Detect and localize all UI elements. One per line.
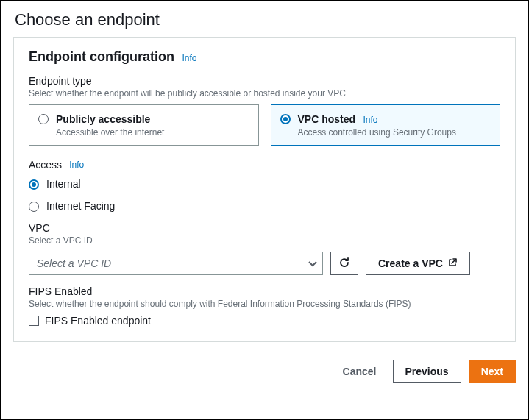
access-info-link[interactable]: Info bbox=[69, 160, 84, 170]
radio-label: Internal bbox=[46, 178, 81, 190]
fips-checkbox-label: FIPS Enabled endpoint bbox=[45, 315, 151, 327]
card-desc: Accessible over the internet bbox=[56, 127, 249, 138]
access-label: Access bbox=[29, 159, 62, 171]
endpoint-card-vpc[interactable]: VPC hosted Info Access controlled using … bbox=[271, 104, 501, 146]
vpc-desc: Select a VPC ID bbox=[29, 235, 500, 246]
create-vpc-label: Create a VPC bbox=[378, 257, 443, 269]
checkbox-icon bbox=[29, 316, 39, 326]
radio-label: Internet Facing bbox=[46, 200, 115, 212]
vpc-section: VPC Select a VPC ID Select a VPC ID Crea… bbox=[14, 222, 515, 285]
panel-title: Endpoint configuration bbox=[29, 49, 174, 64]
endpoint-type-desc: Select whether the endpoint will be publ… bbox=[29, 88, 500, 99]
endpoint-type-label: Endpoint type bbox=[29, 75, 500, 87]
access-radio-internal[interactable]: Internal bbox=[29, 178, 500, 190]
fips-label: FIPS Enabled bbox=[29, 285, 500, 297]
external-link-icon bbox=[447, 257, 458, 270]
access-section: Access Info Internal Internet Facing bbox=[14, 159, 515, 222]
next-button[interactable]: Next bbox=[469, 360, 516, 383]
refresh-icon bbox=[338, 257, 350, 271]
refresh-button[interactable] bbox=[330, 252, 358, 275]
fips-checkbox-row[interactable]: FIPS Enabled endpoint bbox=[29, 315, 500, 327]
panel-info-link[interactable]: Info bbox=[182, 53, 196, 63]
create-vpc-button[interactable]: Create a VPC bbox=[366, 252, 470, 275]
radio-icon bbox=[29, 202, 39, 212]
radio-icon bbox=[38, 114, 49, 124]
endpoint-type-section: Endpoint type Select whether the endpoin… bbox=[14, 75, 515, 156]
vpc-card-info-link[interactable]: Info bbox=[363, 115, 378, 125]
card-title: Publicly accessible bbox=[56, 113, 150, 125]
card-title: VPC hosted bbox=[298, 113, 356, 125]
access-radio-internet-facing[interactable]: Internet Facing bbox=[29, 200, 500, 212]
vpc-select[interactable]: Select a VPC ID bbox=[29, 252, 323, 275]
radio-icon bbox=[29, 179, 39, 190]
page-title: Choose an endpoint bbox=[1, 1, 528, 37]
cancel-button[interactable]: Cancel bbox=[334, 361, 386, 382]
fips-desc: Select whether the endpoint should compl… bbox=[29, 299, 500, 309]
endpoint-card-public[interactable]: Publicly accessible Accessible over the … bbox=[29, 104, 259, 146]
previous-button[interactable]: Previous bbox=[393, 360, 461, 383]
radio-icon bbox=[280, 114, 291, 124]
vpc-select-placeholder: Select a VPC ID bbox=[37, 257, 111, 269]
wizard-footer: Cancel Previous Next bbox=[1, 351, 528, 394]
card-desc: Access controlled using Security Groups bbox=[298, 127, 491, 138]
config-panel: Endpoint configuration Info Endpoint typ… bbox=[13, 37, 516, 342]
panel-header: Endpoint configuration Info bbox=[14, 38, 515, 75]
vpc-label: VPC bbox=[29, 222, 500, 234]
fips-section: FIPS Enabled Select whether the endpoint… bbox=[14, 285, 515, 341]
